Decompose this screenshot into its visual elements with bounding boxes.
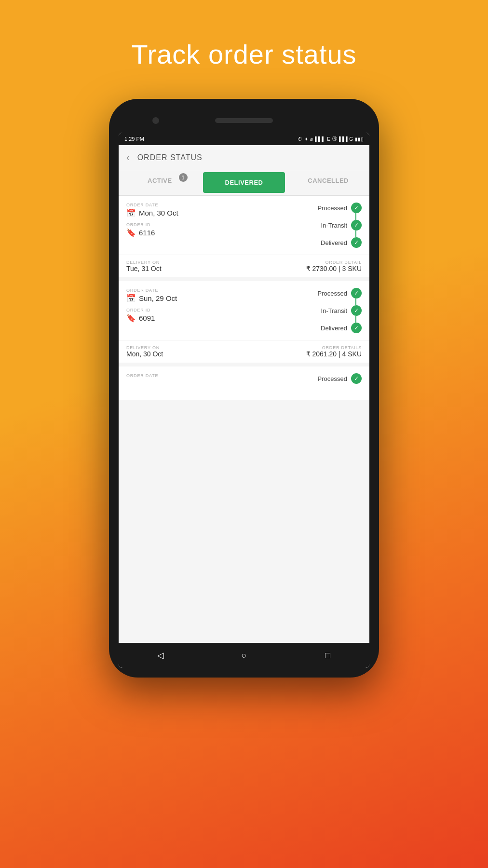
order-card-3: ORDER DATE Processed ✓ bbox=[119, 366, 369, 400]
delivery-on-label-1: DELIVERY ON bbox=[126, 260, 162, 265]
order-detail-value-2: ₹ 2061.20 | 4 SKU bbox=[306, 350, 362, 358]
status-line-3 bbox=[355, 298, 356, 305]
calendar-icon-1: 📅 bbox=[126, 208, 136, 217]
status-row-delivered-1: Delivered ✓ bbox=[246, 237, 362, 248]
status-row-processed-1: Processed ✓ bbox=[246, 203, 362, 213]
phone-top-bar bbox=[119, 108, 369, 133]
order-detail-value-1: ₹ 2730.00 | 3 SKU bbox=[306, 265, 362, 272]
order-right-3: Processed ✓ bbox=[246, 373, 362, 384]
phone-camera bbox=[152, 117, 159, 124]
order-date-label-2: ORDER DATE bbox=[126, 288, 242, 293]
status-group-1: Processed ✓ In-Transit ✓ D bbox=[246, 203, 362, 248]
order-detail-label-2: ORDER DETAILS bbox=[322, 345, 362, 350]
status-check-delivered-1: ✓ bbox=[351, 237, 362, 248]
order-card-2: ORDER DATE 📅 Sun, 29 Oct ORDER ID 🔖 6091 bbox=[119, 281, 369, 363]
nav-home-button[interactable]: ○ bbox=[235, 647, 253, 664]
status-processed-1: Processed bbox=[318, 204, 347, 212]
status-line-2 bbox=[355, 231, 356, 237]
order-date-label-1: ORDER DATE bbox=[126, 203, 242, 207]
footer-right-1: ORDER DETAIL ₹ 2730.00 | 3 SKU bbox=[306, 260, 362, 272]
order-left-2: ORDER DATE 📅 Sun, 29 Oct ORDER ID 🔖 6091 bbox=[126, 288, 242, 333]
status-row-delivered-2: Delivered ✓ bbox=[246, 323, 362, 333]
status-check-processed-1: ✓ bbox=[351, 203, 362, 213]
order-right-2: Processed ✓ In-Transit ✓ D bbox=[246, 288, 362, 333]
status-row-processed-2: Processed ✓ bbox=[246, 288, 362, 298]
status-check-processed-3: ✓ bbox=[351, 373, 362, 384]
order-id-label-2: ORDER ID bbox=[126, 308, 242, 312]
bookmark-icon-2: 🔖 bbox=[126, 313, 136, 323]
status-check-processed-2: ✓ bbox=[351, 288, 362, 298]
order-id-value-2: 🔖 6091 bbox=[126, 313, 242, 323]
order-detail-label-1: ORDER DETAIL bbox=[325, 260, 362, 265]
active-tab-badge: 1 bbox=[179, 173, 188, 182]
status-check-transit-1: ✓ bbox=[351, 220, 362, 231]
order-id-section-1: ORDER ID 🔖 6116 bbox=[126, 222, 242, 237]
order-main-3: ORDER DATE Processed ✓ bbox=[119, 366, 369, 391]
tabs-bar: ACTIVE 1 DELIVERED CANCELLED bbox=[119, 170, 369, 196]
order-left-1: ORDER DATE 📅 Mon, 30 Oct ORDER ID 🔖 6116 bbox=[126, 203, 242, 248]
order-main-1: ORDER DATE 📅 Mon, 30 Oct ORDER ID 🔖 6116 bbox=[119, 196, 369, 255]
back-button[interactable]: ‹ bbox=[126, 152, 130, 163]
status-row-transit-1: In-Transit ✓ bbox=[246, 220, 362, 231]
order-id-section-2: ORDER ID 🔖 6091 bbox=[126, 308, 242, 323]
phone-speaker bbox=[215, 118, 273, 123]
order-footer-2: DELIVERY ON Mon, 30 Oct ORDER DETAILS ₹ … bbox=[119, 340, 369, 363]
phone-shell: 1:29 PM ⏱ ✦ ⌀ ▌▌▌ E Ⓡ ▌▌▌G ▮▮▯ ‹ ORDER S… bbox=[109, 99, 379, 678]
status-delivered-2: Delivered bbox=[321, 325, 347, 332]
status-row-processed-3: Processed ✓ bbox=[246, 373, 362, 384]
status-delivered-1: Delivered bbox=[321, 239, 347, 246]
order-list: ORDER DATE 📅 Mon, 30 Oct ORDER ID 🔖 6116 bbox=[119, 196, 369, 643]
order-card-1: ORDER DATE 📅 Mon, 30 Oct ORDER ID 🔖 6116 bbox=[119, 196, 369, 277]
status-line-1 bbox=[355, 213, 356, 220]
order-footer-1: DELIVERY ON Tue, 31 Oct ORDER DETAIL ₹ 2… bbox=[119, 255, 369, 277]
order-id-label-1: ORDER ID bbox=[126, 222, 242, 227]
status-check-delivered-2: ✓ bbox=[351, 323, 362, 333]
status-bar: 1:29 PM ⏱ ✦ ⌀ ▌▌▌ E Ⓡ ▌▌▌G ▮▮▯ bbox=[119, 133, 369, 145]
order-date-value-2: 📅 Sun, 29 Oct bbox=[126, 294, 242, 303]
status-processed-2: Processed bbox=[318, 290, 347, 297]
status-transit-1: In-Transit bbox=[321, 222, 347, 229]
delivery-on-value-1: Tue, 31 Oct bbox=[126, 265, 162, 272]
footer-left-1: DELIVERY ON Tue, 31 Oct bbox=[126, 260, 162, 272]
nav-back-button[interactable]: ◁ bbox=[152, 647, 169, 664]
delivery-on-value-2: Mon, 30 Oct bbox=[126, 350, 163, 358]
order-main-2: ORDER DATE 📅 Sun, 29 Oct ORDER ID 🔖 6091 bbox=[119, 281, 369, 340]
order-left-3: ORDER DATE bbox=[126, 373, 242, 384]
tab-active[interactable]: ACTIVE 1 bbox=[119, 170, 201, 195]
phone-screen: 1:29 PM ⏱ ✦ ⌀ ▌▌▌ E Ⓡ ▌▌▌G ▮▮▯ ‹ ORDER S… bbox=[119, 133, 369, 668]
status-icons: ⏱ ✦ ⌀ ▌▌▌ E Ⓡ ▌▌▌G ▮▮▯ bbox=[298, 136, 364, 142]
delivery-on-label-2: DELIVERY ON bbox=[126, 345, 163, 350]
status-time: 1:29 PM bbox=[124, 136, 144, 142]
app-content: ‹ ORDER STATUS ACTIVE 1 DELIVERED CANCEL… bbox=[119, 145, 369, 643]
status-transit-2: In-Transit bbox=[321, 307, 347, 314]
status-processed-3: Processed bbox=[318, 375, 347, 382]
phone-bottom-nav: ◁ ○ □ bbox=[119, 643, 369, 668]
calendar-icon-2: 📅 bbox=[126, 294, 136, 303]
nav-recent-button[interactable]: □ bbox=[319, 647, 336, 664]
order-date-value-1: 📅 Mon, 30 Oct bbox=[126, 208, 242, 217]
status-row-transit-2: In-Transit ✓ bbox=[246, 305, 362, 316]
app-header: ‹ ORDER STATUS bbox=[119, 145, 369, 170]
status-line-4 bbox=[355, 316, 356, 323]
status-group-2: Processed ✓ In-Transit ✓ D bbox=[246, 288, 362, 333]
header-title: ORDER STATUS bbox=[137, 153, 203, 162]
order-id-value-1: 🔖 6116 bbox=[126, 228, 242, 237]
order-right-1: Processed ✓ In-Transit ✓ D bbox=[246, 203, 362, 248]
order-date-label-3: ORDER DATE bbox=[126, 373, 242, 378]
status-check-transit-2: ✓ bbox=[351, 305, 362, 316]
page-title: Track order status bbox=[131, 39, 356, 70]
footer-left-2: DELIVERY ON Mon, 30 Oct bbox=[126, 345, 163, 358]
tab-delivered[interactable]: DELIVERED bbox=[203, 172, 285, 193]
tab-cancelled[interactable]: CANCELLED bbox=[287, 170, 369, 195]
page-header-area: Track order status bbox=[131, 0, 356, 99]
footer-right-2: ORDER DETAILS ₹ 2061.20 | 4 SKU bbox=[306, 345, 362, 358]
bookmark-icon-1: 🔖 bbox=[126, 228, 136, 237]
